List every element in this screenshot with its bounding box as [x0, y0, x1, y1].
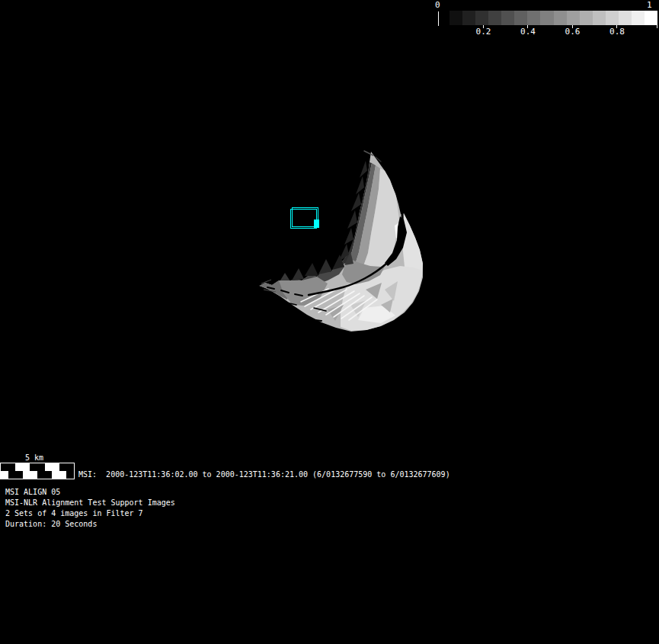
colorbar-tick-label: 0.2: [472, 27, 495, 37]
scale-bar-label: 5 km: [25, 453, 43, 462]
sequence-images-info: 2 Sets of 4 images in Filter 7: [5, 508, 175, 519]
scale-bar: [0, 463, 75, 479]
colorbar-ticks: 0.20.40.60.8: [430, 0, 659, 40]
sequence-description: MSI-NLR Alignment Test Support Images: [5, 498, 175, 508]
scale-bar-row-top: [1, 463, 74, 471]
observation-time-range: MSI: 2000-123T11:36:02.00 to 2000-123T11…: [78, 469, 450, 479]
nlr-footprint-marker: [314, 219, 319, 228]
colorbar-tick-label: 0.8: [606, 27, 629, 37]
sequence-id: MSI ALIGN 05: [5, 487, 175, 498]
colorbar-tick-label: 0.6: [561, 27, 584, 37]
asteroid-render: [251, 145, 427, 335]
colorbar: 0 1 0.20.40.60.8: [430, 0, 659, 40]
colorbar-tick-label: 0.4: [517, 27, 539, 37]
scale-bar-row-bottom: [1, 471, 74, 479]
sequence-info-block: MSI ALIGN 05 MSI-NLR Alignment Test Supp…: [5, 487, 175, 530]
sequence-duration: Duration: 20 Seconds: [5, 519, 175, 530]
